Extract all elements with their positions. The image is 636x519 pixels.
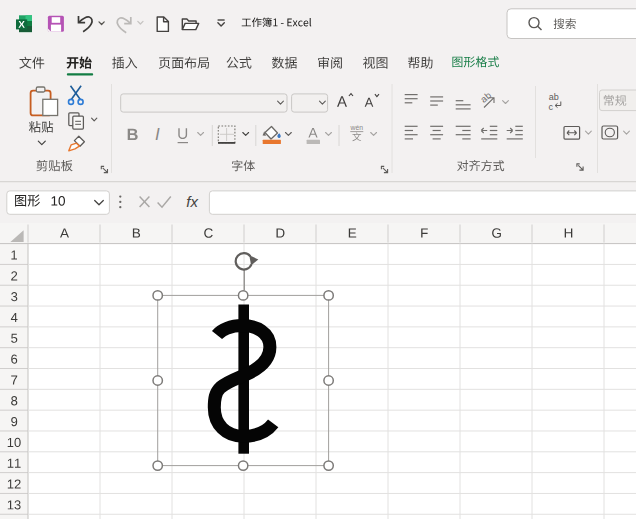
svg-text:c: c bbox=[549, 102, 554, 112]
svg-text:ab: ab bbox=[549, 92, 559, 102]
svg-text:I: I bbox=[155, 125, 160, 144]
svg-text:fx: fx bbox=[186, 193, 198, 210]
svg-text:wén: wén bbox=[350, 124, 364, 131]
